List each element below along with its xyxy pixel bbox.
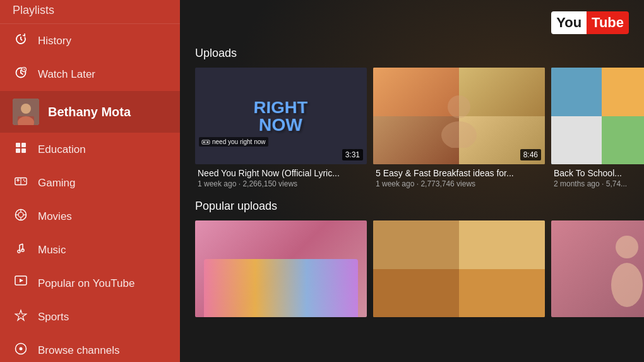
svg-rect-12: [16, 148, 20, 153]
sidebar-item-sports-label: Sports: [38, 311, 69, 323]
browse-channels-icon: [13, 342, 29, 358]
popular-video-card-3[interactable]: [551, 220, 644, 317]
sidebar-item-bethany-mota[interactable]: Bethany Mota: [0, 91, 180, 133]
svg-point-21: [18, 212, 23, 217]
svg-point-40: [616, 236, 638, 258]
popular-video-thumb-2: [373, 220, 545, 317]
svg-rect-11: [21, 143, 26, 147]
video-card-2[interactable]: 8:46 5 Easy & Fast Breakfast ideas for..…: [373, 68, 545, 188]
uploads-section-title: Uploads: [195, 47, 629, 60]
sidebar-item-browse-channels[interactable]: Browse channels: [0, 334, 180, 362]
video-progress-bar: need you right now: [199, 137, 268, 147]
movies-icon: [13, 208, 29, 224]
video-duration-1: 3:31: [342, 149, 363, 160]
sidebar-item-gaming-label: Gaming: [38, 177, 76, 190]
sidebar-item-music-label: Music: [38, 244, 66, 256]
sidebar-item-popular-label: Popular on YouTube: [38, 277, 134, 290]
sidebar-item-education[interactable]: Education: [0, 133, 180, 166]
video-card-3[interactable]: Back To School... 2 months ago · 5,74...: [551, 68, 644, 188]
sidebar-item-popular[interactable]: Popular on YouTube: [0, 267, 180, 300]
sidebar-item-movies[interactable]: Movies: [0, 200, 180, 233]
video-info-2: 5 Easy & Fast Breakfast ideas for... 1 w…: [373, 164, 545, 188]
popular-uploads-section-title: Popular uploads: [195, 200, 629, 213]
uploads-section: Uploads RIGHTNOW: [195, 47, 629, 188]
sidebar-channel-name: Bethany Mota: [48, 105, 131, 119]
sidebar-item-education-label: Education: [38, 143, 86, 156]
video-thumb-2: 8:46: [373, 68, 545, 164]
svg-point-41: [611, 263, 643, 307]
sidebar-item-playlists-partial[interactable]: Playlists: [0, 0, 180, 24]
video-thumb-1: RIGHTNOW need you right now: [195, 68, 367, 164]
video-title-1: Need You Right Now (Official Lyric...: [198, 168, 364, 178]
avatar: [13, 99, 39, 125]
sidebar-item-history[interactable]: History: [0, 24, 180, 57]
sections-wrapper: Uploads RIGHTNOW: [195, 13, 629, 317]
svg-point-19: [24, 181, 25, 182]
video-subtitle-label: need you right now: [212, 138, 266, 145]
main-content-area: You Tube Uploads RIGHTNOW: [180, 0, 644, 362]
sidebar: Playlists History Watch Later: [0, 0, 180, 362]
popular-uploads-section: Popular uploads: [195, 200, 629, 317]
video-info-3: Back To School... 2 months ago · 5,74...: [551, 164, 644, 188]
svg-line-5: [24, 69, 25, 70]
video-card-1[interactable]: RIGHTNOW need you right now: [195, 68, 367, 188]
svg-rect-9: [18, 116, 34, 125]
sidebar-item-browse-channels-label: Browse channels: [38, 344, 119, 357]
history-icon: [13, 33, 29, 49]
sidebar-item-sports[interactable]: Sports: [0, 300, 180, 334]
sidebar-item-gaming[interactable]: Gaming: [0, 166, 180, 200]
svg-point-38: [448, 95, 470, 118]
gaming-icon: [13, 175, 29, 191]
svg-point-18: [23, 179, 25, 181]
uploads-video-grid: RIGHTNOW need you right now: [195, 68, 629, 188]
education-icon: [13, 142, 29, 157]
video-title-3: Back To School...: [554, 168, 644, 178]
svg-point-39: [441, 121, 477, 148]
popular-video-card-2[interactable]: [373, 220, 545, 317]
sports-icon: [13, 309, 29, 325]
music-icon: [13, 242, 29, 258]
video-meta-1: 1 week ago · 2,266,150 views: [198, 179, 364, 188]
video-info-1: Need You Right Now (Official Lyric... 1 …: [195, 164, 367, 188]
popular-video-card-1[interactable]: [195, 220, 367, 317]
svg-rect-10: [16, 143, 20, 147]
video-thumb-3: [551, 68, 644, 164]
video-title-2: 5 Easy & Fast Breakfast ideas for...: [376, 168, 542, 178]
sidebar-item-watch-later[interactable]: Watch Later: [0, 57, 180, 91]
video-duration-2: 8:46: [520, 149, 541, 160]
youtube-logo-you: You: [551, 11, 587, 34]
popular-video-thumb-3: [551, 220, 644, 317]
svg-point-7: [21, 104, 31, 114]
svg-point-32: [20, 347, 23, 351]
sidebar-item-movies-label: Movies: [38, 210, 72, 223]
sidebar-item-watch-later-label: Watch Later: [38, 68, 95, 81]
popular-uploads-video-grid: [195, 220, 629, 317]
sidebar-item-music[interactable]: Music: [0, 233, 180, 267]
svg-marker-29: [20, 279, 23, 282]
youtube-logo: You Tube: [551, 11, 629, 34]
popular-icon: [13, 275, 29, 291]
svg-marker-30: [15, 310, 27, 320]
popular-video-thumb-1: [195, 220, 367, 317]
youtube-logo-tube: Tube: [587, 11, 629, 34]
watch-later-icon: [13, 66, 29, 82]
svg-line-2: [21, 73, 23, 75]
video-meta-2: 1 week ago · 2,773,746 views: [376, 179, 542, 188]
video-meta-3: 2 months ago · 5,74...: [554, 179, 644, 188]
main-scrollable: Uploads RIGHTNOW: [180, 0, 644, 362]
svg-rect-13: [21, 148, 26, 153]
sidebar-item-history-label: History: [38, 35, 71, 47]
